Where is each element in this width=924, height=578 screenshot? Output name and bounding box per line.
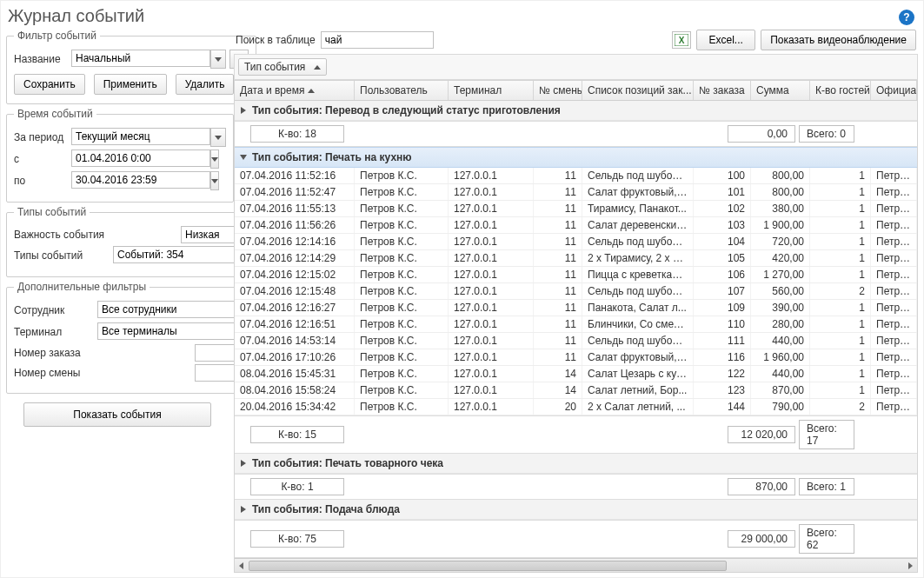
svg-marker-2 <box>241 107 246 114</box>
table-row[interactable]: 07.04.2016 11:52:47Петров К.С.127.0.0.11… <box>235 184 917 201</box>
cell-guests: 1 <box>810 382 871 398</box>
cell-terminal: 127.0.0.1 <box>449 201 534 216</box>
table-row[interactable]: 07.04.2016 17:10:26Петров К.С.127.0.0.11… <box>235 349 917 366</box>
from-date[interactable] <box>71 149 210 167</box>
group-header[interactable]: Тип события: Печать товарного чека <box>235 454 917 474</box>
excel-button[interactable]: Excel... <box>696 30 755 50</box>
cell-sum: 280,00 <box>751 316 810 332</box>
table-row[interactable]: 07.04.2016 11:52:16Петров К.С.127.0.0.11… <box>235 168 917 184</box>
event-types-label: Типы событий <box>14 249 110 262</box>
table-search-input[interactable] <box>321 31 434 49</box>
help-icon[interactable]: ? <box>899 10 914 25</box>
period-combo[interactable] <box>71 128 210 145</box>
from-date-dropdown[interactable] <box>210 149 219 169</box>
table-row[interactable]: 07.04.2016 11:55:13Петров К.С.127.0.0.11… <box>235 201 917 217</box>
cell-shift: 11 <box>534 349 582 365</box>
order-number-label: Номер заказа <box>14 347 94 359</box>
cell-datetime: 20.04.2016 15:34:42 <box>235 399 355 415</box>
cell-user: Петров К.С. <box>355 399 449 415</box>
table-row[interactable]: 07.04.2016 12:14:16Петров К.С.127.0.0.11… <box>235 234 917 250</box>
cell-items: Сельдь под шубой,... <box>582 234 694 249</box>
col-items[interactable]: Список позиций зак... <box>582 81 694 100</box>
cell-order: 102 <box>694 201 751 216</box>
shift-number-label: Номер смены <box>14 367 94 379</box>
table-row[interactable]: 08.04.2016 15:58:24Петров К.С.127.0.0.11… <box>235 382 917 399</box>
cell-user: Петров К.С. <box>355 349 449 365</box>
cell-guests: 1 <box>810 333 871 349</box>
video-button[interactable]: Показать видеонаблюдение <box>761 30 916 50</box>
col-shift[interactable]: № смены <box>534 81 582 100</box>
employee-combo[interactable] <box>97 301 236 318</box>
cell-datetime: 07.04.2016 17:10:26 <box>235 349 355 365</box>
col-user[interactable]: Пользователь <box>355 81 449 100</box>
cell-order: 103 <box>694 217 751 233</box>
cell-shift: 11 <box>534 333 582 349</box>
cell-sum: 1 900,00 <box>751 217 810 233</box>
summary-sum: 12 020,00 <box>728 426 795 443</box>
col-sum[interactable]: Сумма <box>751 81 810 100</box>
cell-terminal: 127.0.0.1 <box>449 382 534 398</box>
scroll-thumb[interactable] <box>249 561 727 571</box>
cell-guests: 1 <box>810 267 871 282</box>
events-grid: Дата и время Пользователь Терминал № сме… <box>234 80 918 573</box>
cell-guests: 1 <box>810 168 871 183</box>
cell-order: 111 <box>694 333 751 349</box>
time-legend: Время событий <box>14 108 96 120</box>
table-row[interactable]: 20.04.2016 15:34:42Петров К.С.127.0.0.12… <box>235 399 917 415</box>
table-row[interactable]: 07.04.2016 12:15:02Петров К.С.127.0.0.11… <box>235 267 917 283</box>
table-row[interactable]: 07.04.2016 12:16:27Петров К.С.127.0.0.11… <box>235 300 917 316</box>
grid-header[interactable]: Дата и время Пользователь Терминал № сме… <box>235 81 917 101</box>
table-row[interactable]: 07.04.2016 14:53:14Петров К.С.127.0.0.11… <box>235 333 917 349</box>
group-header[interactable]: Тип события: Перевод в следующий статус … <box>235 101 917 121</box>
cell-order: 116 <box>694 349 751 365</box>
cell-datetime: 07.04.2016 12:16:27 <box>235 300 355 316</box>
group-chip-event-type[interactable]: Тип события <box>238 58 327 76</box>
to-date-dropdown[interactable] <box>210 171 219 190</box>
filter-fieldset: Фильтр событий Название ... Сохранить Пр… <box>6 30 256 104</box>
cell-shift: 11 <box>534 283 582 299</box>
grid-body[interactable]: Тип события: Перевод в следующий статус … <box>235 101 917 558</box>
cell-waiter: Петров К.С. <box>871 300 917 316</box>
table-row[interactable]: 07.04.2016 12:15:48Петров К.С.127.0.0.11… <box>235 283 917 300</box>
cell-user: Петров К.С. <box>355 300 449 316</box>
event-types-combo[interactable] <box>113 246 252 263</box>
cell-order: 100 <box>694 168 751 183</box>
period-combo-dropdown[interactable] <box>210 128 226 147</box>
col-datetime[interactable]: Дата и время <box>235 81 355 100</box>
table-row[interactable]: 07.04.2016 12:16:51Петров К.С.127.0.0.11… <box>235 316 917 333</box>
name-combo-dropdown[interactable] <box>210 50 226 69</box>
apply-button[interactable]: Применить <box>94 74 167 95</box>
table-row[interactable]: 08.04.2016 15:45:31Петров К.С.127.0.0.11… <box>235 366 917 382</box>
name-combo[interactable] <box>71 50 210 67</box>
scroll-left-arrow[interactable] <box>235 559 249 573</box>
cell-sum: 800,00 <box>751 168 810 183</box>
summary-total: Всего: 62 <box>799 524 854 554</box>
col-guests[interactable]: К-во гостей <box>810 81 871 100</box>
save-button[interactable]: Сохранить <box>14 74 85 95</box>
cell-terminal: 127.0.0.1 <box>449 217 534 233</box>
svg-marker-7 <box>908 562 913 569</box>
col-order[interactable]: № заказа <box>694 81 751 100</box>
show-events-button[interactable]: Показать события <box>23 402 211 427</box>
cell-shift: 11 <box>534 217 582 233</box>
cell-datetime: 07.04.2016 12:16:51 <box>235 316 355 332</box>
col-waiter[interactable]: Официант <box>871 81 917 100</box>
cell-datetime: 07.04.2016 11:55:13 <box>235 201 355 216</box>
cell-sum: 1 960,00 <box>751 349 810 365</box>
horizontal-scrollbar[interactable] <box>235 558 917 572</box>
group-header[interactable]: Тип события: Печать на кухню <box>235 147 917 168</box>
col-terminal[interactable]: Терминал <box>449 81 534 100</box>
group-header[interactable]: Тип события: Подача блюда <box>235 500 917 520</box>
grouping-bar[interactable]: Тип события <box>234 54 918 80</box>
cell-guests: 2 <box>810 399 871 415</box>
table-row[interactable]: 07.04.2016 11:56:26Петров К.С.127.0.0.11… <box>235 217 917 234</box>
table-row[interactable]: 07.04.2016 12:14:29Петров К.С.127.0.0.11… <box>235 250 917 267</box>
cell-shift: 11 <box>534 300 582 316</box>
to-date[interactable] <box>71 171 210 189</box>
cell-items: 2 x Тирамису, 2 x Ч... <box>582 250 694 266</box>
group-summary-row: К-во: 1870,00Всего: 1 <box>235 474 917 500</box>
cell-shift: 11 <box>534 234 582 249</box>
delete-button[interactable]: Удалить <box>176 74 235 95</box>
group-summary-row: К-во: 180,00Всего: 0 <box>235 121 917 147</box>
scroll-right-arrow[interactable] <box>903 559 917 573</box>
